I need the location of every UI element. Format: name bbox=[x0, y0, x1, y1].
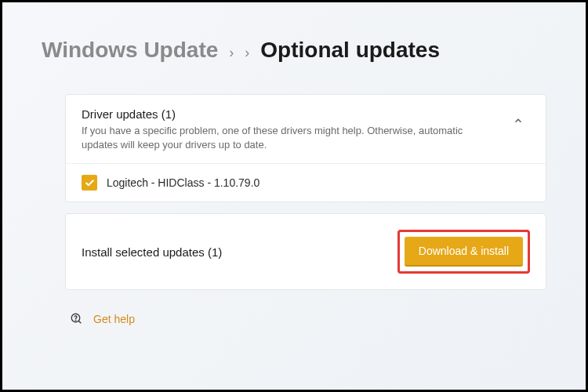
driver-section-header[interactable]: Driver updates (1) If you have a specifi… bbox=[66, 95, 546, 164]
chevron-right-icon: › bbox=[229, 45, 234, 61]
driver-updates-card: Driver updates (1) If you have a specifi… bbox=[65, 94, 546, 202]
annotation-highlight: Download & install bbox=[397, 230, 530, 274]
chevron-up-icon[interactable] bbox=[506, 112, 530, 132]
chevron-right-icon: › bbox=[245, 45, 249, 61]
breadcrumb-parent[interactable]: Windows Update bbox=[42, 38, 218, 63]
install-bar: Install selected updates (1) Download & … bbox=[65, 213, 546, 290]
update-item-row: Logitech - HIDClass - 1.10.79.0 bbox=[66, 164, 546, 201]
breadcrumb-current: Optional updates bbox=[260, 38, 440, 63]
driver-section-title: Driver updates (1) bbox=[82, 107, 506, 121]
install-selected-label: Install selected updates (1) bbox=[82, 245, 222, 259]
update-checkbox[interactable] bbox=[82, 175, 97, 191]
get-help-row[interactable]: Get help bbox=[65, 312, 546, 326]
breadcrumb: Windows Update › › Optional updates bbox=[42, 38, 546, 63]
svg-point-1 bbox=[75, 321, 76, 321]
update-item-name: Logitech - HIDClass - 1.10.79.0 bbox=[107, 176, 260, 189]
help-icon bbox=[70, 312, 84, 326]
get-help-link[interactable]: Get help bbox=[93, 313, 135, 325]
driver-section-description: If you have a specific problem, one of t… bbox=[82, 124, 489, 152]
download-install-button[interactable]: Download & install bbox=[405, 237, 523, 267]
